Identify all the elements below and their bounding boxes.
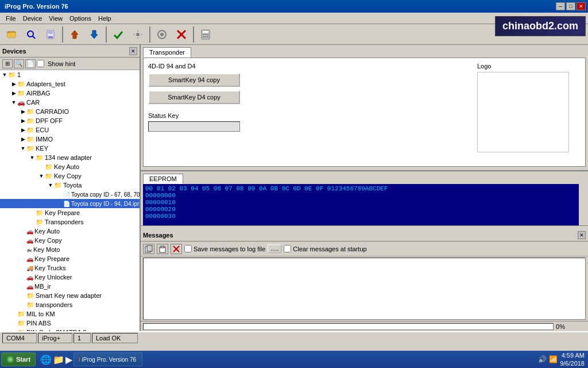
tree-item-ecu[interactable]: ▶ 📁 ECU bbox=[0, 125, 140, 135]
tree-item-root1[interactable]: ▼ 📁 1 bbox=[0, 70, 140, 79]
tree-expand-car[interactable]: ▼ bbox=[10, 99, 17, 106]
start-button[interactable]: Start bbox=[1, 352, 36, 366]
tree-item-keyprepare1[interactable]: 📁 Key Prepare bbox=[0, 208, 140, 217]
taskbar-ie-icon[interactable]: 🌐 bbox=[40, 354, 52, 365]
tree-item-dpfoff[interactable]: ▶ 📁 DPF OFF bbox=[0, 116, 140, 125]
progress-percent: 0% bbox=[556, 323, 565, 330]
msg-tb-clear[interactable] bbox=[171, 244, 182, 254]
taskbar-media-icon[interactable]: ▶ bbox=[65, 354, 72, 365]
tree-item-keycopy2[interactable]: 🚗 Key Copy bbox=[0, 236, 140, 245]
tab-transponder[interactable]: Transponder bbox=[143, 47, 191, 57]
messages-close-btn[interactable]: ✕ bbox=[578, 231, 586, 239]
tree-item-keyunlocker[interactable]: 🚗 Key Unlocker bbox=[0, 273, 140, 282]
tree-item-adapters[interactable]: ▶ 📁 Adapters_test bbox=[0, 79, 140, 89]
tree-expand-immo[interactable]: ▶ bbox=[20, 136, 26, 143]
tree-item-smartkey[interactable]: 📁 Smart Key new adapter bbox=[0, 291, 140, 300]
toolbar-separator-3 bbox=[149, 26, 150, 43]
svg-point-10 bbox=[136, 33, 140, 36]
show-hint-label[interactable]: Show hint bbox=[48, 60, 75, 67]
tree-item-miltokm[interactable]: 📁 MIL to KM bbox=[0, 309, 140, 319]
clear-on-startup-label[interactable]: Clear messages at startup bbox=[284, 245, 366, 252]
tree-expand-adapters[interactable]: ▶ bbox=[10, 80, 17, 87]
tree-item-toyota94[interactable]: 📄 Toyota copy ID - 94, D4.ipr bbox=[0, 199, 140, 208]
tb-settings[interactable] bbox=[129, 26, 147, 43]
messages-header: Messages ✕ bbox=[141, 229, 588, 241]
minimize-button[interactable]: ─ bbox=[556, 2, 565, 10]
smartkey-d4-button[interactable]: SmartKey D4 copy bbox=[148, 90, 240, 104]
tb-btn-1[interactable] bbox=[2, 26, 21, 43]
menu-file[interactable]: File bbox=[2, 14, 20, 23]
tree-item-pincodesmatra[interactable]: 📁 PIN Code SMATRA 3 bbox=[0, 328, 140, 331]
smartkey-94-button[interactable]: SmartKey 94 copy bbox=[148, 73, 240, 87]
tree-item-pinabs[interactable]: 📁 PIN ABS bbox=[0, 319, 140, 328]
devices-tb-grid[interactable]: ⊞ bbox=[2, 59, 13, 68]
devices-close-btn[interactable]: ✕ bbox=[129, 47, 137, 55]
clear-on-startup-checkbox[interactable] bbox=[284, 245, 291, 252]
tree-item-car[interactable]: ▼ 🚗 CAR bbox=[0, 98, 140, 107]
maximize-button[interactable]: □ bbox=[566, 2, 575, 10]
msg-tb-paste[interactable] bbox=[157, 244, 168, 254]
tree-expand-toyota[interactable]: ▼ bbox=[47, 182, 54, 189]
menu-device[interactable]: Device bbox=[20, 14, 46, 23]
tree-expand-airbag[interactable]: ▶ bbox=[10, 90, 17, 97]
messages-toolbar: Save messages to log file ..... Clear me… bbox=[141, 241, 588, 256]
tree-expand-keycopy1[interactable]: ▼ bbox=[38, 172, 45, 179]
tree-item-keyauto2[interactable]: 🚗 Key Auto bbox=[0, 227, 140, 236]
status-com: COM4 bbox=[2, 333, 37, 343]
tree-item-carradio[interactable]: ▶ 📁 CARRADIO bbox=[0, 107, 140, 116]
tree-item-transponders2[interactable]: 📁 transponders bbox=[0, 300, 140, 309]
folder-icon-dpfoff: 📁 bbox=[26, 117, 34, 125]
taskbar-folder-icon[interactable]: 📁 bbox=[53, 354, 64, 365]
save-to-log-label[interactable]: Save messages to log file bbox=[184, 245, 265, 252]
tree-item-keyprepare2[interactable]: 🚗 Key Prepare bbox=[0, 254, 140, 263]
tree-expand-root1[interactable]: ▼ bbox=[1, 71, 8, 78]
browse-button[interactable]: ..... bbox=[268, 244, 281, 253]
tree-item-toyota[interactable]: ▼ 📁 Toyota bbox=[0, 181, 140, 190]
menu-options[interactable]: Options bbox=[66, 14, 95, 23]
title-controls[interactable]: ─ □ ✕ bbox=[556, 2, 586, 10]
svg-rect-17 bbox=[203, 34, 204, 35]
tb-calc[interactable] bbox=[196, 26, 215, 43]
menu-view[interactable]: View bbox=[45, 14, 66, 23]
taskbar-window-item[interactable]: i iProg Pro. Version 76 bbox=[74, 352, 142, 366]
tree-item-toyota67[interactable]: 📄 Toyota copy ID - 67, 68, 70.ipr bbox=[0, 190, 140, 199]
devices-tb-search[interactable]: 🔍 bbox=[14, 59, 24, 68]
msg-tb-copy[interactable] bbox=[143, 244, 154, 254]
tb-btn-3[interactable] bbox=[41, 26, 60, 43]
tree-item-keytrucks[interactable]: 🚚 Key Trucks bbox=[0, 263, 140, 273]
status-key-input[interactable] bbox=[148, 121, 240, 132]
tb-upload[interactable] bbox=[65, 26, 84, 43]
tree-item-immo[interactable]: ▶ 📁 IMMO bbox=[0, 135, 140, 144]
tree-label-pinabs: PIN ABS bbox=[26, 320, 51, 327]
tb-btn-2[interactable] bbox=[22, 26, 40, 43]
folder-icon-miltokm: 📁 bbox=[17, 310, 25, 318]
tree-expand-dpfoff[interactable]: ▶ bbox=[20, 117, 26, 124]
tree-expand-key[interactable]: ▼ bbox=[20, 145, 26, 152]
tree-item-keymoto[interactable]: 🏍 Key Moto bbox=[0, 245, 140, 254]
tree-container[interactable]: ▼ 📁 1 ▶ 📁 Adapters_test ▶ 📁 AIRBAG ▼ 🚗 C… bbox=[0, 70, 140, 331]
save-to-log-checkbox[interactable] bbox=[184, 245, 192, 252]
tree-item-transponders1[interactable]: 📁 Transponders bbox=[0, 217, 140, 227]
close-button[interactable]: ✕ bbox=[577, 2, 586, 10]
tree-expand-carradio[interactable]: ▶ bbox=[20, 108, 26, 115]
tree-item-134new[interactable]: ▼ 📁 134 new adapter bbox=[0, 153, 140, 162]
menu-help[interactable]: Help bbox=[95, 14, 115, 23]
tab-eeprom[interactable]: EEPROM bbox=[143, 174, 183, 184]
eeprom-scrollbar[interactable] bbox=[579, 184, 586, 225]
devices-tb-doc[interactable]: 📄 bbox=[25, 59, 36, 68]
tree-label-keyauto2: Key Auto bbox=[34, 228, 60, 235]
eeprom-content: 00 01 02 03 04 05 06 07 08 09 0A 0B 0C 0… bbox=[143, 184, 586, 225]
tb-download[interactable] bbox=[85, 26, 103, 43]
tree-item-airbag[interactable]: ▶ 📁 AIRBAG bbox=[0, 89, 140, 98]
tree-spacer-toyota94 bbox=[56, 200, 63, 207]
tb-circle[interactable] bbox=[153, 26, 171, 43]
show-hint-checkbox[interactable] bbox=[37, 60, 44, 67]
tree-item-keyauto1[interactable]: 📁 Key Auto bbox=[0, 162, 140, 171]
tree-expand-134new[interactable]: ▼ bbox=[29, 154, 36, 161]
tree-expand-ecu[interactable]: ▶ bbox=[20, 126, 26, 133]
tree-item-key[interactable]: ▼ 📁 KEY bbox=[0, 144, 140, 153]
tb-checkmark[interactable] bbox=[109, 26, 127, 43]
tree-item-keycopy1[interactable]: ▼ 📁 Key Copy bbox=[0, 171, 140, 181]
tree-item-mbir[interactable]: 🚗 MB_ir bbox=[0, 282, 140, 291]
tb-stop[interactable] bbox=[172, 26, 191, 43]
